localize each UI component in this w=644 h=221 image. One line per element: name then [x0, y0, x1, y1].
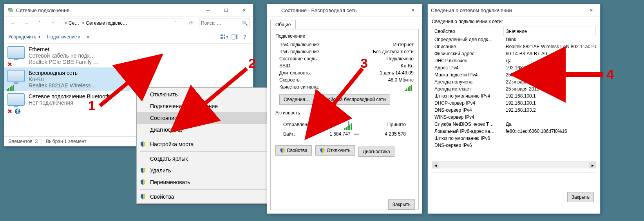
table-row[interactable]: Локальный IPv6-адрес ка…fe80::c1ed:6360:…	[432, 128, 596, 135]
window-title: Сведения о сетевом подключении	[431, 7, 582, 13]
table-row[interactable]: Шлюз по умолчанию IPv6	[432, 135, 596, 142]
table-row[interactable]: Маска подсети IPv4255.255.255.0	[432, 71, 596, 78]
refresh-button[interactable]: ⟳	[186, 18, 197, 28]
titlebar[interactable]: Сведения о сетевом подключении ✕	[428, 4, 600, 16]
titlebar[interactable]: Состояние - Беспроводная сеть ✕	[267, 4, 422, 16]
connect-to-menu[interactable]: Подключение к	[47, 34, 80, 40]
received-label: Принято	[387, 122, 406, 127]
table-row[interactable]: Служба NetBIOS через T…Да	[432, 121, 596, 128]
property-name: Аренда получена	[432, 79, 503, 85]
status-value: Ku-Ku	[401, 63, 414, 69]
menu-item[interactable]: Подключение Отключение	[137, 100, 286, 112]
bytes-sent: 1 584 747	[295, 131, 385, 137]
table-row[interactable]: Физический адрес60-14-B3-A9-B7-A9	[432, 50, 596, 57]
property-name: Шлюз по умолчанию IPv4	[432, 93, 503, 99]
properties-button[interactable]: Свойства	[275, 145, 312, 156]
back-button[interactable]: ←	[7, 18, 18, 28]
table-row[interactable]: WINS-сервер IPv4	[432, 114, 596, 121]
property-value	[503, 142, 596, 149]
minimize-button[interactable]: ─	[199, 4, 217, 16]
menu-item[interactable]: Переименовать	[137, 176, 286, 188]
table-row[interactable]: DHCP-сервер IPv4192.168.100.1	[432, 100, 596, 107]
horizontal-scrollbar[interactable]: ◂ ▸	[432, 161, 596, 168]
status-row: IPv6-подключение:Без доступа к сети	[279, 48, 414, 55]
search-placeholder: Поиск: …	[201, 20, 221, 26]
status-row: Состояние среды:Подключено	[279, 55, 414, 62]
status-row: IPv4-подключение:Интернет	[279, 41, 414, 48]
connection-bluetooth[interactable]: Сетевое подключение Bluetooth Нет подклю…	[4, 91, 130, 114]
menu-item[interactable]: Удалить	[137, 165, 286, 176]
connection-ethernet[interactable]: Ethernet Сетевой кабель не подк… Realtek…	[4, 44, 130, 67]
table-row[interactable]: Аренда получена22 января 2019 г. 22:23:3…	[432, 78, 596, 85]
table-row[interactable]: Адрес IPv4192.168.100.8	[432, 64, 596, 71]
path-box[interactable]: > Се… > Сетевые подклю… ˅	[61, 18, 183, 28]
col-property[interactable]: Свойство	[432, 27, 504, 36]
status-key: SSID:	[279, 63, 291, 69]
wireless-properties-button[interactable]: Свойства беспроводной сети	[318, 94, 390, 105]
svg-rect-1	[9, 9, 13, 12]
svg-rect-5	[224, 34, 225, 36]
table-row[interactable]: DHCP включенДа	[432, 57, 596, 64]
menu-item[interactable]: Состояние	[137, 112, 286, 124]
search-box[interactable]: Поиск: … 🔍	[199, 18, 250, 28]
table-row[interactable]: Определенный для подк…Dlink	[432, 36, 596, 43]
tab-strip: Общие	[267, 16, 422, 29]
close-button[interactable]: ✕	[582, 4, 600, 16]
breadcrumb-seg[interactable]: Сетевые подклю…	[86, 20, 127, 26]
activity-icon	[348, 122, 349, 127]
diagnose-button[interactable]: Диагностика	[358, 147, 394, 157]
property-name: Описание	[432, 43, 503, 50]
close-button[interactable]: ✕	[404, 4, 422, 16]
property-name: Маска подсети IPv4	[432, 72, 503, 78]
property-value: 60-14-B3-A9-B7-A9	[503, 51, 596, 57]
search-icon: 🔍	[242, 20, 248, 26]
property-value: 192.168.100.1	[503, 93, 596, 99]
menu-item-label: Подключение Отключение	[150, 103, 218, 109]
scroll-right-button[interactable]: ▸	[589, 162, 596, 168]
toolbar-overflow[interactable]: »	[87, 34, 89, 40]
tab-general[interactable]: Общие	[270, 20, 296, 29]
col-value[interactable]: Значение	[504, 27, 596, 36]
table-row[interactable]: DNS-сервер IPv6	[432, 142, 596, 149]
window-title: Сетевые подключения	[16, 7, 199, 13]
property-name: Физический адрес	[432, 51, 503, 57]
preview-pane-button[interactable]	[230, 33, 239, 41]
maximize-button[interactable]: ☐	[217, 4, 235, 16]
property-name: Адрес IPv4	[432, 65, 503, 71]
property-name: Определенный для подк…	[432, 36, 503, 43]
recent-dropdown[interactable]: ˅	[34, 18, 45, 28]
svg-rect-7	[224, 37, 225, 39]
up-button[interactable]: ↑	[47, 18, 58, 28]
menu-item[interactable]: Диагностика	[137, 124, 286, 136]
table-row[interactable]: DNS-сервер IPv4192.168.103.2	[432, 107, 596, 114]
connection-name: Ethernet	[29, 46, 99, 53]
help-button[interactable]: ?	[241, 33, 249, 41]
close-button[interactable]: ✕	[235, 4, 253, 16]
connection-wireless[interactable]: Беспроводная сеть Ku-Ku Realtek 8821AE W…	[4, 67, 130, 91]
details-button[interactable]: Сведения…	[279, 94, 314, 105]
status-value: Подключено	[387, 56, 414, 62]
menu-item[interactable]: Отключить	[137, 89, 286, 100]
view-options-button[interactable]: ▼	[220, 33, 229, 41]
disable-button[interactable]: Отключить	[315, 145, 355, 156]
breadcrumb-seg[interactable]: Се…	[69, 20, 79, 26]
close-dialog-button[interactable]: Закрыть	[567, 192, 594, 202]
connection-status: Ku-Ku	[29, 76, 98, 82]
table-row[interactable]: Шлюз по умолчанию IPv4192.168.100.1	[432, 92, 596, 100]
svg-rect-6	[221, 37, 223, 39]
forward-button[interactable]: →	[21, 18, 32, 28]
menu-item[interactable]: Свойства	[137, 191, 286, 203]
close-dialog-button[interactable]: Закрыть	[388, 199, 415, 210]
menu-item[interactable]: Настройка моста	[137, 138, 286, 150]
scroll-left-button[interactable]: ◂	[432, 162, 439, 168]
status-row: Длительность:1 день 14:43:09	[279, 69, 414, 76]
shield-icon	[140, 141, 146, 147]
window-title: Состояние - Беспроводная сеть	[281, 7, 404, 13]
organize-menu[interactable]: Упорядочить▼	[8, 34, 41, 40]
titlebar[interactable]: Сетевые подключения ─ ☐ ✕	[4, 4, 253, 16]
menu-item[interactable]: Создать ярлык	[137, 153, 286, 165]
context-menu: ОтключитьПодключение ОтключениеСостояние…	[136, 87, 286, 204]
table-row[interactable]: Аренда истекает25 января 2019 г. 12:49:3…	[432, 85, 596, 92]
table-row[interactable]: ОписаниеRealtek 8821AE Wireless LAN 802.…	[432, 43, 596, 50]
path-dropdown[interactable]: ˅	[170, 18, 181, 28]
